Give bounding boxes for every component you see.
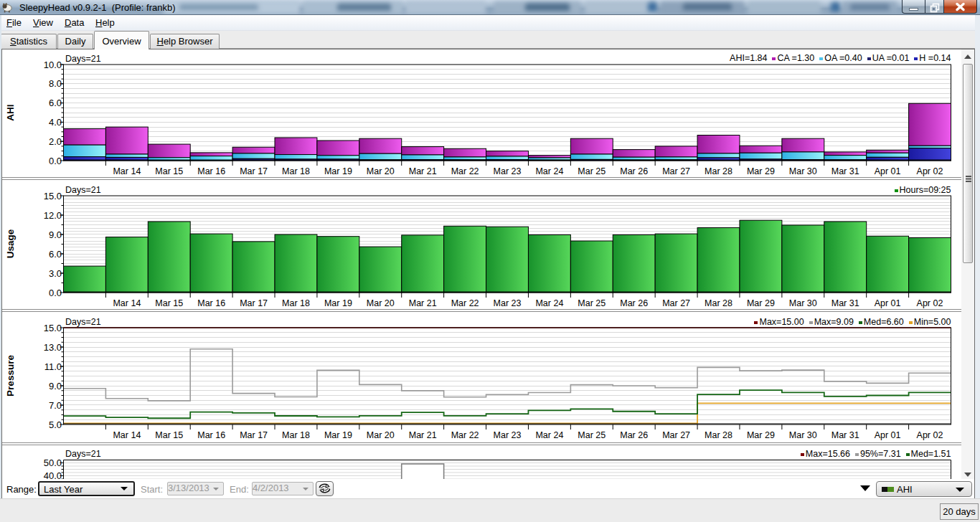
svg-text:Mar 25: Mar 25 [578, 166, 606, 176]
svg-text:Mar 15: Mar 15 [155, 430, 183, 440]
svg-text:Mar 14: Mar 14 [113, 166, 141, 176]
svg-text:Mar 25: Mar 25 [578, 298, 606, 308]
svg-text:Pressure: Pressure [5, 355, 16, 397]
svg-text:Mar 18: Mar 18 [282, 430, 310, 440]
svg-text:Mar 29: Mar 29 [747, 166, 775, 176]
svg-text:Mar 28: Mar 28 [705, 166, 732, 176]
svg-text:Days=21: Days=21 [65, 449, 101, 459]
svg-text:5.0: 5.0 [49, 419, 62, 430]
svg-text:Mar 19: Mar 19 [324, 430, 352, 440]
svg-text:Apr 02: Apr 02 [917, 430, 943, 440]
svg-text:Days=21: Days=21 [65, 54, 101, 64]
svg-text:9.0: 9.0 [49, 381, 62, 392]
svg-text:Mar 21: Mar 21 [409, 430, 437, 440]
svg-text:Mar 21: Mar 21 [409, 166, 437, 176]
svg-text:13.0: 13.0 [44, 342, 62, 353]
svg-text:Mar 21: Mar 21 [409, 298, 437, 308]
svg-text:Mar 22: Mar 22 [451, 298, 479, 308]
svg-text:Usage: Usage [5, 229, 16, 258]
svg-text:Mar 23: Mar 23 [494, 166, 522, 176]
svg-text:Mar 15: Mar 15 [155, 298, 183, 308]
svg-text:Mar 25: Mar 25 [578, 430, 606, 440]
svg-text:Mar 27: Mar 27 [662, 430, 690, 440]
svg-text:Apr 01: Apr 01 [875, 430, 901, 440]
svg-text:Mar 15: Mar 15 [155, 166, 183, 176]
svg-text:Mar 17: Mar 17 [240, 166, 268, 176]
svg-text:Mar 23: Mar 23 [494, 298, 522, 308]
svg-text:0.0: 0.0 [49, 156, 62, 166]
svg-text:Mar 20: Mar 20 [367, 166, 395, 176]
svg-text:Mar 27: Mar 27 [662, 166, 690, 176]
svg-text:Mar 16: Mar 16 [197, 166, 225, 176]
svg-text:Mar 22: Mar 22 [451, 166, 479, 176]
svg-text:Mar 20: Mar 20 [367, 298, 395, 308]
svg-text:Mar 16: Mar 16 [197, 298, 225, 308]
svg-text:Mar 31: Mar 31 [831, 166, 859, 176]
svg-text:0.0: 0.0 [49, 288, 62, 298]
svg-text:8.0: 8.0 [49, 78, 62, 89]
svg-text:Mar 30: Mar 30 [789, 166, 817, 176]
svg-text:4.0: 4.0 [49, 117, 62, 128]
svg-text:Mar 14: Mar 14 [113, 298, 141, 308]
svg-text:6.0: 6.0 [49, 98, 62, 108]
svg-text:Apr 02: Apr 02 [917, 166, 943, 176]
svg-text:Mar 22: Mar 22 [451, 430, 479, 440]
svg-text:10.0: 10.0 [44, 60, 62, 70]
svg-text:11.0: 11.0 [44, 361, 62, 372]
svg-text:Mar 24: Mar 24 [535, 430, 563, 440]
svg-text:Mar 27: Mar 27 [662, 298, 690, 308]
svg-text:Mar 29: Mar 29 [747, 298, 775, 308]
svg-text:Mar 31: Mar 31 [831, 430, 859, 440]
svg-text:Mar 30: Mar 30 [789, 430, 817, 440]
svg-text:Mar 28: Mar 28 [705, 430, 732, 440]
svg-text:50.0: 50.0 [44, 457, 62, 468]
svg-text:12.0: 12.0 [44, 210, 62, 221]
svg-text:Mar 17: Mar 17 [240, 430, 268, 440]
svg-text:Mar 23: Mar 23 [494, 430, 522, 440]
svg-text:Apr 02: Apr 02 [917, 298, 943, 308]
svg-text:2.0: 2.0 [49, 136, 62, 147]
svg-text:AHI: AHI [5, 104, 16, 120]
svg-text:Mar 20: Mar 20 [367, 430, 395, 440]
svg-text:Mar 31: Mar 31 [831, 298, 859, 308]
svg-text:Mar 18: Mar 18 [282, 298, 310, 308]
svg-text:Mar 19: Mar 19 [324, 166, 352, 176]
svg-text:Mar 19: Mar 19 [324, 298, 352, 308]
svg-text:Days=21: Days=21 [65, 185, 101, 195]
svg-text:Mar 24: Mar 24 [535, 166, 563, 176]
svg-text:Mar 28: Mar 28 [705, 298, 732, 308]
svg-text:Mar 17: Mar 17 [240, 298, 268, 308]
svg-text:9.0: 9.0 [49, 229, 62, 240]
svg-text:Apr 01: Apr 01 [875, 298, 901, 308]
svg-text:7.0: 7.0 [49, 400, 62, 411]
svg-text:Mar 29: Mar 29 [747, 430, 775, 440]
svg-text:Mar 26: Mar 26 [620, 298, 648, 308]
svg-text:Mar 30: Mar 30 [789, 298, 817, 308]
svg-text:Days=21: Days=21 [65, 317, 101, 327]
svg-text:Mar 18: Mar 18 [282, 166, 310, 176]
svg-text:Mar 26: Mar 26 [620, 166, 648, 176]
svg-text:15.0: 15.0 [44, 323, 62, 333]
svg-text:Mar 16: Mar 16 [197, 430, 225, 440]
svg-text:Mar 24: Mar 24 [535, 298, 563, 308]
svg-text:15.0: 15.0 [44, 191, 62, 201]
svg-text:6.0: 6.0 [49, 249, 62, 260]
svg-text:Apr 01: Apr 01 [875, 166, 901, 176]
svg-text:3.0: 3.0 [49, 268, 62, 279]
svg-text:Mar 26: Mar 26 [620, 430, 648, 440]
svg-text:Mar 14: Mar 14 [113, 430, 141, 440]
